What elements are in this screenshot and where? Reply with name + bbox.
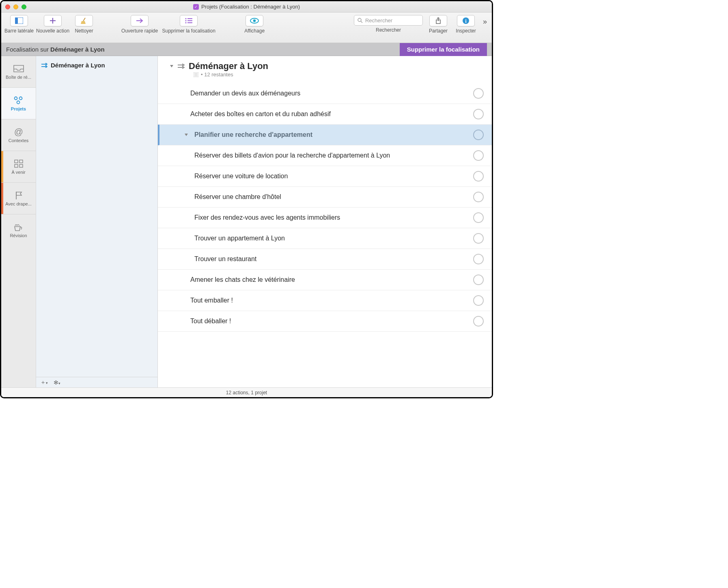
new-action-button[interactable]: Nouvelle action bbox=[36, 15, 69, 34]
task-row[interactable]: Amener les chats chez le vétérinaire bbox=[158, 270, 492, 290]
task-checkbox[interactable] bbox=[473, 88, 484, 99]
inspect-label: Inspecter bbox=[456, 28, 476, 34]
remove-focus-button[interactable]: Supprimer la focalisation bbox=[400, 43, 487, 56]
zoom-window-button[interactable] bbox=[22, 4, 26, 9]
task-checkbox[interactable] bbox=[473, 295, 484, 306]
search-label: Rechercher bbox=[376, 27, 401, 33]
titlebar: ✓ Projets (Focalisation : Déménager à Ly… bbox=[1, 1, 492, 13]
quick-open-button[interactable]: Ouverture rapide bbox=[121, 15, 158, 34]
window-title: ✓ Projets (Focalisation : Déménager à Ly… bbox=[1, 4, 492, 10]
perspective-forecast-label: À venir bbox=[11, 170, 25, 175]
perspective-review-label: Révision bbox=[10, 233, 27, 238]
task-title[interactable]: Amener les chats chez le vétérinaire bbox=[190, 276, 468, 283]
inspect-button[interactable]: i Inspecter bbox=[454, 15, 478, 34]
project-remaining-count: • 12 restantes bbox=[201, 71, 233, 78]
toolbar-overflow-button[interactable]: » bbox=[481, 15, 489, 28]
project-disclosure-toggle[interactable] bbox=[170, 65, 173, 67]
project-parallel-icon bbox=[177, 63, 185, 69]
app-icon: ✓ bbox=[193, 4, 199, 10]
projects-icon bbox=[14, 96, 24, 104]
task-row[interactable]: Demander un devis aux déménageurs bbox=[158, 83, 492, 104]
traffic-lights bbox=[5, 4, 26, 9]
perspective-flagged-label: Avec drape... bbox=[5, 201, 32, 206]
task-checkbox[interactable] bbox=[473, 109, 484, 119]
share-button[interactable]: Partager bbox=[426, 15, 450, 34]
task-row[interactable]: Planifier une recherche d'appartement bbox=[158, 125, 492, 145]
perspective-inbox[interactable]: Boîte de ré... bbox=[1, 56, 36, 88]
sidebar-icon bbox=[15, 17, 23, 24]
svg-point-10 bbox=[185, 22, 187, 24]
task-checkbox[interactable] bbox=[473, 150, 484, 161]
info-icon: i bbox=[462, 17, 470, 24]
search-placeholder: Rechercher bbox=[365, 17, 392, 24]
svg-point-22 bbox=[17, 101, 19, 104]
perspective-forecast[interactable]: À venir bbox=[1, 151, 36, 183]
svg-line-15 bbox=[361, 21, 362, 23]
task-checkbox[interactable] bbox=[473, 171, 484, 182]
task-title[interactable]: Tout déballer ! bbox=[190, 318, 468, 325]
task-title[interactable]: Trouver un restaurant bbox=[194, 255, 468, 263]
project-list-item[interactable]: Déménager à Lyon bbox=[36, 60, 157, 70]
task-row[interactable]: Tout déballer ! bbox=[158, 311, 492, 332]
status-text: 12 actions, 1 projet bbox=[226, 390, 267, 396]
toolbar: Barre latérale Nouvelle action Nettoyer … bbox=[1, 13, 492, 43]
task-checkbox[interactable] bbox=[473, 192, 484, 202]
svg-point-13 bbox=[253, 19, 256, 22]
svg-line-4 bbox=[83, 18, 85, 21]
close-window-button[interactable] bbox=[5, 4, 10, 9]
gear-menu-button[interactable]: ✻▾ bbox=[54, 379, 60, 386]
minimize-window-button[interactable] bbox=[13, 4, 18, 9]
task-title[interactable]: Réserver une chambre d'hôtel bbox=[194, 193, 468, 201]
search-input[interactable]: Rechercher bbox=[354, 15, 423, 26]
task-row[interactable]: Fixer des rendez-vous avec les agents im… bbox=[158, 208, 492, 228]
task-checkbox[interactable] bbox=[473, 212, 484, 223]
task-title[interactable]: Réserver des billets d'avion pour la rec… bbox=[194, 152, 468, 159]
broom-icon bbox=[80, 17, 88, 24]
task-row[interactable]: Réserver une voiture de location bbox=[158, 166, 492, 187]
task-title[interactable]: Planifier une recherche d'appartement bbox=[194, 131, 468, 138]
task-row[interactable]: Trouver un restaurant bbox=[158, 249, 492, 270]
add-menu-button[interactable]: ＋▾ bbox=[40, 379, 48, 386]
task-title[interactable]: Tout emballer ! bbox=[190, 297, 468, 304]
view-button[interactable]: Affichage bbox=[242, 15, 267, 34]
list-icon bbox=[185, 18, 192, 24]
quick-open-label: Ouverture rapide bbox=[121, 28, 158, 34]
perspective-review[interactable]: Révision bbox=[1, 214, 36, 246]
task-title[interactable]: Réserver une voiture de location bbox=[194, 173, 468, 180]
task-title[interactable]: Demander un devis aux déménageurs bbox=[190, 90, 468, 97]
perspective-flagged[interactable]: Avec drape... bbox=[1, 183, 36, 214]
task-row[interactable]: Réserver des billets d'avion pour la rec… bbox=[158, 145, 492, 166]
focus-project-name: Déménager à Lyon bbox=[50, 46, 105, 53]
task-checkbox[interactable] bbox=[473, 130, 484, 140]
main-area: Boîte de ré... Projets @ Contextes À ven… bbox=[1, 56, 492, 387]
task-row[interactable]: Tout emballer ! bbox=[158, 290, 492, 311]
task-row[interactable]: Acheter des boîtes en carton et du ruban… bbox=[158, 104, 492, 125]
project-title[interactable]: Déménager à Lyon bbox=[189, 61, 268, 71]
at-icon: @ bbox=[14, 127, 24, 137]
perspective-contexts[interactable]: @ Contextes bbox=[1, 119, 36, 151]
view-label: Affichage bbox=[244, 28, 265, 34]
plus-icon bbox=[50, 17, 56, 24]
task-checkbox[interactable] bbox=[473, 254, 484, 264]
eye-icon bbox=[250, 18, 259, 24]
task-title[interactable]: Trouver un appartement à Lyon bbox=[194, 235, 468, 242]
grid-icon bbox=[14, 160, 23, 168]
task-checkbox[interactable] bbox=[473, 316, 484, 326]
task-row[interactable]: Trouver un appartement à Lyon bbox=[158, 228, 492, 249]
svg-text:@: @ bbox=[14, 127, 23, 137]
svg-text:i: i bbox=[465, 18, 467, 24]
remove-focus-toolbar-button[interactable]: Supprimer la focalisation bbox=[160, 15, 217, 34]
sidebar-toggle-button[interactable]: Barre latérale bbox=[4, 15, 34, 34]
perspective-projects[interactable]: Projets bbox=[1, 88, 36, 119]
project-list-footer: ＋▾ ✻▾ bbox=[36, 377, 157, 387]
window-title-text: Projets (Focalisation : Déménager à Lyon… bbox=[201, 4, 300, 10]
svg-point-6 bbox=[185, 18, 187, 19]
task-title[interactable]: Acheter des boîtes en carton et du ruban… bbox=[190, 110, 468, 118]
task-disclosure-toggle[interactable] bbox=[185, 134, 188, 136]
task-row[interactable]: Réserver une chambre d'hôtel bbox=[158, 187, 492, 208]
task-checkbox[interactable] bbox=[473, 233, 484, 244]
cleanup-button[interactable]: Nettoyer bbox=[72, 15, 96, 34]
task-checkbox[interactable] bbox=[473, 275, 484, 285]
cleanup-label: Nettoyer bbox=[75, 28, 93, 34]
task-title[interactable]: Fixer des rendez-vous avec les agents im… bbox=[194, 214, 468, 221]
